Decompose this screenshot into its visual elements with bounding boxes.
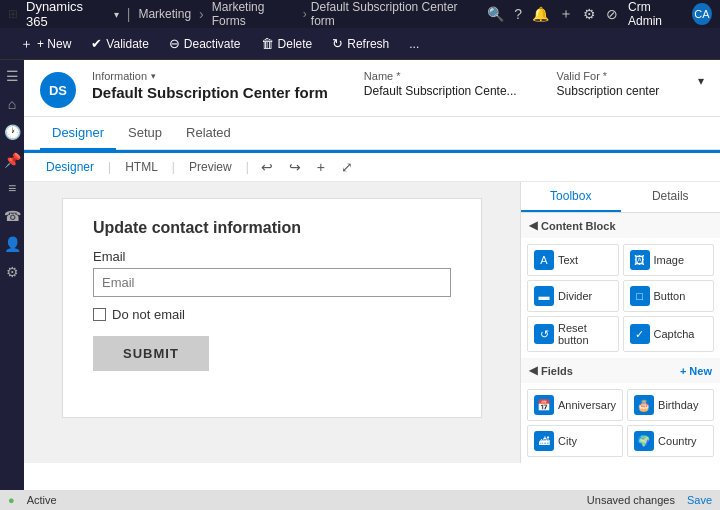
- anniversary-icon: 📅: [534, 395, 554, 415]
- toolbox-divider[interactable]: ▬ Divider: [527, 280, 619, 312]
- fields-triangle: ◀: [529, 364, 537, 377]
- text-label: Text: [558, 254, 578, 266]
- rp-tab-toolbox[interactable]: Toolbox: [521, 182, 621, 212]
- more-button[interactable]: ...: [401, 33, 427, 55]
- checkbox-row: Do not email: [93, 307, 451, 322]
- deactivate-button[interactable]: ⊖ Deactivate: [161, 32, 249, 55]
- valid-for-value: Subscription center: [557, 84, 660, 98]
- right-panel-tabs: Toolbox Details: [521, 182, 720, 213]
- status-bar: ● Active Unsaved changes Save: [0, 490, 720, 510]
- record-avatar: DS: [40, 72, 76, 108]
- sidebar-home-icon[interactable]: ⌂: [8, 96, 16, 112]
- name-field-group: Name * Default Subscription Cente...: [364, 70, 517, 98]
- help-icon[interactable]: ?: [514, 6, 522, 22]
- module-label: Marketing: [138, 7, 191, 21]
- search-icon[interactable]: 🔍: [487, 6, 504, 22]
- header-dropdown[interactable]: ▾: [698, 70, 704, 88]
- record-name: Default Subscription Center form: [92, 84, 328, 101]
- question-icon[interactable]: ⊘: [606, 6, 618, 22]
- sidebar-list-icon[interactable]: ≡: [8, 180, 16, 196]
- breadcrumb-marketing-forms[interactable]: Marketing Forms: [212, 0, 299, 28]
- designer-toolbar: Designer | HTML | Preview | ↩ ↪ + ⤢: [24, 153, 720, 182]
- sidebar-menu-icon[interactable]: ☰: [6, 68, 19, 84]
- form-title: Update contact information: [93, 219, 451, 237]
- refresh-button[interactable]: ↻ Refresh: [324, 32, 397, 55]
- chevron-down-icon: ▾: [698, 74, 704, 88]
- canvas-wrapper: Update contact information Email Do not …: [24, 182, 520, 463]
- country-label: Country: [658, 435, 697, 447]
- submit-button[interactable]: SUBMIT: [93, 336, 209, 371]
- delete-icon: 🗑: [261, 36, 274, 51]
- status-label: Active: [27, 494, 57, 506]
- designer-area: Update contact information Email Do not …: [24, 182, 720, 463]
- notifications-icon[interactable]: 🔔: [532, 6, 549, 22]
- save-button[interactable]: Save: [687, 494, 712, 506]
- toolbox-country[interactable]: 🌍 Country: [627, 425, 714, 457]
- toolbox-text[interactable]: A Text: [527, 244, 619, 276]
- sidebar-phone-icon[interactable]: ☎: [4, 208, 21, 224]
- des-tab-preview[interactable]: Preview: [183, 157, 238, 177]
- email-label: Email: [93, 249, 451, 264]
- settings-icon[interactable]: ⚙: [583, 6, 596, 22]
- content-block-triangle: ◀: [529, 219, 537, 232]
- redo-button[interactable]: ↪: [285, 157, 305, 177]
- city-label: City: [558, 435, 577, 447]
- record-fields: Name * Default Subscription Cente... Val…: [364, 70, 682, 98]
- right-panel: Toolbox Details ◀ Content Block A Text 🖼: [520, 182, 720, 463]
- toolbox-image[interactable]: 🖼 Image: [623, 244, 715, 276]
- rp-tab-details[interactable]: Details: [621, 182, 721, 212]
- expand-button[interactable]: ⤢: [337, 157, 357, 177]
- divider-label: Divider: [558, 290, 592, 302]
- do-not-email-checkbox[interactable]: [93, 308, 106, 321]
- toolbox-city[interactable]: 🏙 City: [527, 425, 623, 457]
- button-icon: □: [630, 286, 650, 306]
- sidebar-recent-icon[interactable]: 🕐: [4, 124, 21, 140]
- birthday-label: Birthday: [658, 399, 698, 411]
- unsaved-label: Unsaved changes: [587, 494, 675, 506]
- new-button[interactable]: ＋ + New: [12, 31, 79, 57]
- fields-header: ◀ Fields + New: [521, 358, 720, 383]
- birthday-icon: 🎂: [634, 395, 654, 415]
- record-header: DS Information ▾ Default Subscription Ce…: [24, 60, 720, 117]
- add-element-button[interactable]: +: [313, 157, 329, 177]
- city-icon: 🏙: [534, 431, 554, 451]
- button-label: Button: [654, 290, 686, 302]
- toolbox-reset-button[interactable]: ↺ Reset button: [527, 316, 619, 352]
- new-icon: ＋: [20, 35, 33, 53]
- toolbox-button[interactable]: □ Button: [623, 280, 715, 312]
- undo-button[interactable]: ↩: [257, 157, 277, 177]
- des-tab-designer[interactable]: Designer: [40, 157, 100, 177]
- sidebar-person-icon[interactable]: 👤: [4, 236, 21, 252]
- app-name: Dynamics 365: [26, 0, 106, 29]
- name-field-value: Default Subscription Cente...: [364, 84, 517, 98]
- email-input[interactable]: [93, 268, 451, 297]
- sidebar-pinned-icon[interactable]: 📌: [4, 152, 21, 168]
- waffle-icon[interactable]: ⊞: [8, 7, 18, 21]
- text-icon: A: [534, 250, 554, 270]
- tab-related[interactable]: Related: [174, 117, 243, 150]
- reset-button-label: Reset button: [558, 322, 612, 346]
- user-label: Crm Admin: [628, 0, 682, 28]
- divider-icon: ▬: [534, 286, 554, 306]
- sidebar-settings-icon[interactable]: ⚙: [6, 264, 19, 280]
- tab-designer[interactable]: Designer: [40, 117, 116, 150]
- toolbox-birthday[interactable]: 🎂 Birthday: [627, 389, 714, 421]
- new-field-link[interactable]: + New: [680, 365, 712, 377]
- main-content: DS Information ▾ Default Subscription Ce…: [24, 60, 720, 490]
- status-circle-icon: ●: [8, 494, 15, 506]
- fields-label: Fields: [541, 365, 676, 377]
- valid-for-label: Valid For *: [557, 70, 660, 82]
- type-chevron[interactable]: ▾: [151, 71, 156, 81]
- delete-button[interactable]: 🗑 Delete: [253, 32, 321, 55]
- add-icon[interactable]: ＋: [559, 5, 573, 23]
- app-chevron[interactable]: ▾: [114, 9, 119, 20]
- top-navbar: ⊞ Dynamics 365 ▾ | Marketing › Marketing…: [0, 0, 720, 28]
- tab-setup[interactable]: Setup: [116, 117, 174, 150]
- toolbox-anniversary[interactable]: 📅 Anniversary: [527, 389, 623, 421]
- des-tab-html[interactable]: HTML: [119, 157, 164, 177]
- toolbox-captcha[interactable]: ✓ Captcha: [623, 316, 715, 352]
- user-avatar[interactable]: CA: [692, 3, 712, 25]
- validate-button[interactable]: ✔ Validate: [83, 32, 156, 55]
- top-nav-right: 🔍 ? 🔔 ＋ ⚙ ⊘ Crm Admin CA: [487, 0, 712, 28]
- fields-grid: 📅 Anniversary 🎂 Birthday 🏙 City 🌍 Countr…: [521, 383, 720, 463]
